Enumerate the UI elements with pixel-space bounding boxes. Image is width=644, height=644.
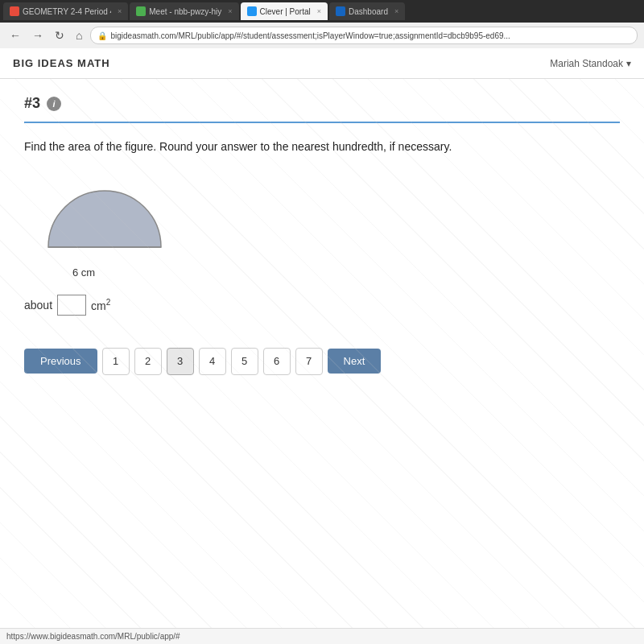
- user-menu[interactable]: Mariah Standoak ▾: [550, 58, 631, 69]
- url-text: bigideasmath.com/MRL/public/app/#/studen…: [110, 31, 510, 40]
- browser-chrome: GEOMETRY 2-4 Period 4 - Q4... × Meet - n…: [0, 0, 644, 48]
- tab-dashboard[interactable]: Dashboard ×: [329, 2, 405, 20]
- tab-clever[interactable]: Clever | Portal ×: [241, 2, 328, 20]
- question-header: #3 i: [24, 95, 620, 112]
- status-url: https://www.bigideasmath.com/MRL/public/…: [6, 632, 180, 641]
- page-button-1[interactable]: 1: [102, 348, 130, 375]
- answer-area: about cm2: [24, 295, 620, 316]
- app-header: BIG IDEAS MATH Mariah Standoak ▾: [0, 48, 644, 79]
- nav-buttons: Previous 1 2 3 4 5 6 7 Next: [24, 348, 620, 375]
- app-container: BIG IDEAS MATH Mariah Standoak ▾ #3 i Fi…: [0, 48, 644, 644]
- address-bar[interactable]: 🔒 bigideasmath.com/MRL/public/app/#/stud…: [90, 27, 638, 44]
- page-button-3[interactable]: 3: [167, 348, 194, 375]
- semicircle-figure: [32, 175, 177, 263]
- tab-close-clever[interactable]: ×: [317, 7, 321, 15]
- tab-icon-clever: [247, 6, 257, 16]
- chevron-down-icon: ▾: [626, 58, 631, 69]
- tab-meet[interactable]: Meet - nbb-pwzy-hiy ×: [130, 2, 238, 20]
- tab-geometry[interactable]: GEOMETRY 2-4 Period 4 - Q4... ×: [3, 2, 128, 20]
- page-button-6[interactable]: 6: [263, 348, 291, 375]
- tab-close-dashboard[interactable]: ×: [394, 7, 398, 15]
- status-bar: https://www.bigideasmath.com/MRL/public/…: [0, 628, 644, 644]
- tab-icon-dashboard: [336, 6, 345, 16]
- home-button[interactable]: ⌂: [72, 27, 85, 43]
- figure-container: 6 cm: [24, 175, 620, 279]
- forward-button[interactable]: →: [29, 27, 47, 43]
- tab-icon-meet: [136, 6, 146, 16]
- page-button-4[interactable]: 4: [199, 348, 226, 375]
- tab-close-meet[interactable]: ×: [228, 7, 232, 15]
- answer-unit-text: cm2: [91, 298, 110, 312]
- next-button[interactable]: Next: [328, 349, 382, 374]
- user-name-text: Mariah Standoak: [550, 58, 623, 69]
- page-button-2[interactable]: 2: [134, 348, 162, 375]
- tab-bar: GEOMETRY 2-4 Period 4 - Q4... × Meet - n…: [0, 0, 644, 23]
- main-content: #3 i Find the area of the figure. Round …: [0, 79, 644, 628]
- question-divider: [24, 122, 620, 123]
- tab-close-geometry[interactable]: ×: [118, 7, 122, 15]
- previous-button[interactable]: Previous: [24, 349, 97, 374]
- nav-bar: ← → ↻ ⌂ 🔒 bigideasmath.com/MRL/public/ap…: [0, 23, 644, 48]
- answer-prefix-text: about: [24, 299, 52, 312]
- info-icon[interactable]: i: [47, 97, 61, 111]
- back-button[interactable]: ←: [6, 27, 24, 43]
- page-button-7[interactable]: 7: [295, 348, 323, 375]
- question-text: Find the area of the figure. Round your …: [24, 139, 620, 155]
- figure-label: 6 cm: [72, 266, 95, 279]
- reload-button[interactable]: ↻: [52, 27, 68, 43]
- app-logo: BIG IDEAS MATH: [13, 57, 110, 69]
- answer-input[interactable]: [57, 295, 86, 316]
- page-button-5[interactable]: 5: [231, 348, 258, 375]
- tab-icon-geometry: [10, 6, 19, 16]
- question-number: #3: [24, 95, 40, 112]
